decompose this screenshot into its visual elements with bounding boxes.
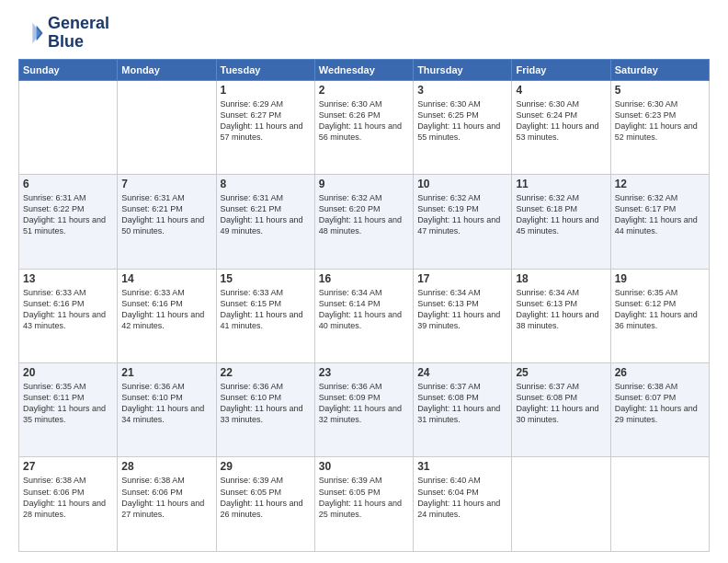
day-number: 15 [221,272,311,285]
cell-w2-d2: 7Sunrise: 6:31 AM Sunset: 6:21 PM Daylig… [118,175,216,269]
day-number: 24 [417,366,507,379]
day-number: 13 [23,272,113,285]
day-info: Sunrise: 6:33 AM Sunset: 6:16 PM Dayligh… [23,287,113,332]
day-info: Sunrise: 6:31 AM Sunset: 6:21 PM Dayligh… [121,192,211,237]
day-info: Sunrise: 6:29 AM Sunset: 6:27 PM Dayligh… [221,98,311,144]
day-number: 12 [615,178,705,190]
day-number: 27 [23,460,113,473]
cell-w2-d7: 12Sunrise: 6:32 AM Sunset: 6:17 PM Dayli… [610,175,709,269]
cell-w1-d7: 5Sunrise: 6:30 AM Sunset: 6:23 PM Daylig… [610,80,709,174]
cell-w1-d6: 4Sunrise: 6:30 AM Sunset: 6:24 PM Daylig… [512,80,610,174]
cell-w3-d6: 18Sunrise: 6:34 AM Sunset: 6:13 PM Dayli… [512,269,610,362]
header-row: Sunday Monday Tuesday Wednesday Thursday… [19,59,710,80]
col-saturday: Saturday [610,59,709,80]
day-number: 4 [516,84,606,97]
cell-w5-d5: 31Sunrise: 6:40 AM Sunset: 6:04 PM Dayli… [414,457,512,552]
cell-w1-d2 [118,80,216,174]
day-number: 25 [516,366,606,379]
day-info: Sunrise: 6:30 AM Sunset: 6:25 PM Dayligh… [417,98,507,144]
logo-icon [18,20,44,46]
page: General Blue Sunday Monday Tuesday Wedne… [0,0,728,563]
logo-text: General Blue [48,15,109,52]
cell-w4-d3: 22Sunrise: 6:36 AM Sunset: 6:10 PM Dayli… [216,363,314,457]
day-info: Sunrise: 6:39 AM Sunset: 6:05 PM Dayligh… [319,475,409,520]
day-info: Sunrise: 6:39 AM Sunset: 6:05 PM Dayligh… [221,475,311,520]
day-info: Sunrise: 6:30 AM Sunset: 6:24 PM Dayligh… [516,98,606,144]
day-info: Sunrise: 6:36 AM Sunset: 6:10 PM Dayligh… [121,381,211,426]
cell-w5-d3: 29Sunrise: 6:39 AM Sunset: 6:05 PM Dayli… [216,457,314,552]
day-info: Sunrise: 6:40 AM Sunset: 6:04 PM Dayligh… [417,475,507,520]
day-info: Sunrise: 6:32 AM Sunset: 6:19 PM Dayligh… [417,192,507,237]
week-row-5: 27Sunrise: 6:38 AM Sunset: 6:06 PM Dayli… [19,457,710,552]
col-thursday: Thursday [414,59,512,80]
day-number: 23 [319,366,409,379]
day-number: 10 [417,178,507,190]
col-friday: Friday [512,59,610,80]
day-number: 7 [121,178,211,190]
cell-w4-d2: 21Sunrise: 6:36 AM Sunset: 6:10 PM Dayli… [118,363,216,457]
day-info: Sunrise: 6:36 AM Sunset: 6:09 PM Dayligh… [319,381,409,426]
day-number: 20 [23,366,113,379]
week-row-1: 1Sunrise: 6:29 AM Sunset: 6:27 PM Daylig… [19,80,710,174]
cell-w3-d1: 13Sunrise: 6:33 AM Sunset: 6:16 PM Dayli… [19,269,118,362]
cell-w4-d7: 26Sunrise: 6:38 AM Sunset: 6:07 PM Dayli… [610,363,709,457]
col-sunday: Sunday [19,59,118,80]
week-row-3: 13Sunrise: 6:33 AM Sunset: 6:16 PM Dayli… [19,269,710,362]
day-info: Sunrise: 6:35 AM Sunset: 6:11 PM Dayligh… [23,381,113,426]
cell-w5-d1: 27Sunrise: 6:38 AM Sunset: 6:06 PM Dayli… [19,457,118,552]
calendar-table: Sunday Monday Tuesday Wednesday Thursday… [18,59,710,552]
cell-w4-d4: 23Sunrise: 6:36 AM Sunset: 6:09 PM Dayli… [314,363,413,457]
cell-w4-d5: 24Sunrise: 6:37 AM Sunset: 6:08 PM Dayli… [414,363,512,457]
day-info: Sunrise: 6:38 AM Sunset: 6:06 PM Dayligh… [121,475,211,520]
day-number: 9 [319,178,409,190]
cell-w4-d1: 20Sunrise: 6:35 AM Sunset: 6:11 PM Dayli… [19,363,118,457]
cell-w5-d7 [610,457,709,552]
day-number: 1 [221,84,311,97]
day-info: Sunrise: 6:38 AM Sunset: 6:07 PM Dayligh… [615,381,705,426]
day-number: 2 [319,84,409,97]
cell-w2-d5: 10Sunrise: 6:32 AM Sunset: 6:19 PM Dayli… [414,175,512,269]
day-info: Sunrise: 6:32 AM Sunset: 6:17 PM Dayligh… [615,192,705,237]
cell-w3-d5: 17Sunrise: 6:34 AM Sunset: 6:13 PM Dayli… [414,269,512,362]
cell-w3-d2: 14Sunrise: 6:33 AM Sunset: 6:16 PM Dayli… [118,269,216,362]
day-number: 29 [221,460,311,473]
day-info: Sunrise: 6:31 AM Sunset: 6:22 PM Dayligh… [23,192,113,237]
col-tuesday: Tuesday [216,59,314,80]
day-info: Sunrise: 6:33 AM Sunset: 6:16 PM Dayligh… [121,287,211,332]
header: General Blue [18,15,710,52]
cell-w5-d2: 28Sunrise: 6:38 AM Sunset: 6:06 PM Dayli… [118,457,216,552]
day-number: 19 [615,272,705,285]
day-number: 5 [615,84,705,97]
cell-w2-d1: 6Sunrise: 6:31 AM Sunset: 6:22 PM Daylig… [19,175,118,269]
day-number: 18 [516,272,606,285]
day-info: Sunrise: 6:37 AM Sunset: 6:08 PM Dayligh… [417,381,507,426]
cell-w4-d6: 25Sunrise: 6:37 AM Sunset: 6:08 PM Dayli… [512,363,610,457]
day-info: Sunrise: 6:37 AM Sunset: 6:08 PM Dayligh… [516,381,606,426]
day-info: Sunrise: 6:31 AM Sunset: 6:21 PM Dayligh… [221,192,311,237]
week-row-2: 6Sunrise: 6:31 AM Sunset: 6:22 PM Daylig… [19,175,710,269]
cell-w1-d4: 2Sunrise: 6:30 AM Sunset: 6:26 PM Daylig… [314,80,413,174]
day-info: Sunrise: 6:34 AM Sunset: 6:13 PM Dayligh… [417,287,507,332]
cell-w3-d3: 15Sunrise: 6:33 AM Sunset: 6:15 PM Dayli… [216,269,314,362]
day-number: 26 [615,366,705,379]
cell-w1-d3: 1Sunrise: 6:29 AM Sunset: 6:27 PM Daylig… [216,80,314,174]
day-info: Sunrise: 6:36 AM Sunset: 6:10 PM Dayligh… [221,381,311,426]
day-number: 21 [121,366,211,379]
day-number: 30 [319,460,409,473]
day-info: Sunrise: 6:32 AM Sunset: 6:20 PM Dayligh… [319,192,409,237]
day-info: Sunrise: 6:38 AM Sunset: 6:06 PM Dayligh… [23,475,113,520]
day-info: Sunrise: 6:34 AM Sunset: 6:14 PM Dayligh… [319,287,409,332]
day-number: 3 [417,84,507,97]
day-info: Sunrise: 6:35 AM Sunset: 6:12 PM Dayligh… [615,287,705,332]
logo: General Blue [18,15,109,52]
day-info: Sunrise: 6:30 AM Sunset: 6:23 PM Dayligh… [615,98,705,144]
col-wednesday: Wednesday [314,59,413,80]
cell-w2-d3: 8Sunrise: 6:31 AM Sunset: 6:21 PM Daylig… [216,175,314,269]
cell-w2-d6: 11Sunrise: 6:32 AM Sunset: 6:18 PM Dayli… [512,175,610,269]
cell-w3-d7: 19Sunrise: 6:35 AM Sunset: 6:12 PM Dayli… [610,269,709,362]
cell-w5-d4: 30Sunrise: 6:39 AM Sunset: 6:05 PM Dayli… [314,457,413,552]
day-number: 16 [319,272,409,285]
week-row-4: 20Sunrise: 6:35 AM Sunset: 6:11 PM Dayli… [19,363,710,457]
day-number: 31 [417,460,507,473]
cell-w1-d5: 3Sunrise: 6:30 AM Sunset: 6:25 PM Daylig… [414,80,512,174]
